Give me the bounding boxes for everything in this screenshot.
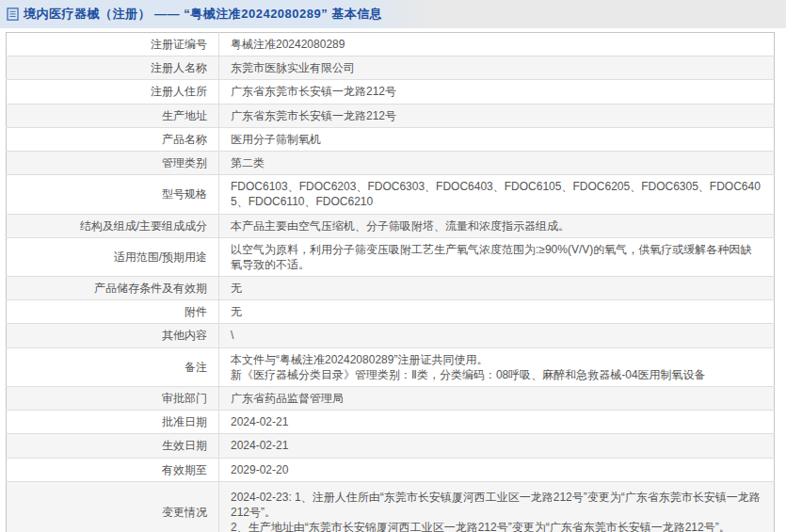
- row-value: FDOC6103、FDOC6203、FDOC6303、FDOC6403、FDOC…: [231, 180, 761, 208]
- row-label: 批准日期: [162, 415, 207, 428]
- row-value-cell: 本产品主要由空气压缩机、分子筛吸附塔、流量和浓度指示器组成。: [219, 214, 775, 237]
- table-row: 注册人住所 广东省东莞市长安镇一龙路212号: [7, 80, 775, 104]
- row-value: 无: [231, 305, 242, 318]
- row-value-cell: 以空气为原料，利用分子筛变压吸附工艺生产氧气浓度范围为:≥90%(V/V)的氧气…: [219, 237, 775, 276]
- row-value-cell: \: [219, 324, 775, 347]
- row-label-cell: 适用范围/预期用途: [7, 237, 219, 276]
- row-label-cell: 注册人住所: [7, 80, 219, 104]
- row-label: 适用范围/预期用途: [114, 250, 207, 264]
- row-label: 结构及组成/主要组成成分: [80, 219, 207, 233]
- table-row: 注册人名称 东莞市医脉实业有限公司: [7, 56, 775, 80]
- row-label: 有效期至: [162, 463, 207, 476]
- row-value: 医用分子筛制氧机: [231, 133, 321, 146]
- table-row: 结构及组成/主要组成成分 本产品主要由空气压缩机、分子筛吸附塔、流量和浓度指示器…: [7, 214, 775, 237]
- row-value: 2024-02-21: [231, 415, 288, 428]
- row-value: 本产品主要由空气压缩机、分子筛吸附塔、流量和浓度指示器组成。: [231, 219, 569, 233]
- row-label: 注册证编号: [151, 38, 207, 51]
- row-label: 产品名称: [162, 133, 207, 146]
- row-label: 生产地址: [162, 109, 207, 122]
- row-value-cell: FDOC6103、FDOC6203、FDOC6303、FDOC6403、FDOC…: [219, 175, 775, 214]
- row-value-cell: 广东省药品监督管理局: [219, 387, 775, 411]
- row-value-cell: 东莞市医脉实业有限公司: [219, 56, 775, 80]
- row-value: 东莞市医脉实业有限公司: [231, 61, 355, 74]
- registration-info-table: 注册证编号 粤械注准20242080289 注册人名称 东莞市医脉实业有限公司: [6, 32, 775, 532]
- row-value-cell: 2024-02-23: 1、注册人住所由“东莞市长安镇厦河西工业区一龙路212号…: [219, 481, 775, 532]
- row-value: 粤械注准20242080289: [231, 38, 345, 51]
- row-value-cell: 2029-02-20: [219, 458, 775, 481]
- page-title: 境内医疗器械（注册） —— “粤械注准20242080289” 基本信息: [24, 6, 382, 23]
- row-label-cell: 变更情况: [7, 481, 219, 532]
- row-value: \: [231, 329, 233, 342]
- table-row: 审批部门 广东省药品监督管理局: [7, 387, 775, 411]
- table-row: 附件 无: [7, 300, 775, 324]
- row-value-cell: 2024-02-21: [219, 411, 775, 434]
- row-label-cell: 审批部门: [7, 387, 219, 411]
- row-label-cell: 产品储存条件及有效期: [7, 277, 219, 300]
- row-label: 注册人住所: [151, 85, 207, 98]
- row-value: 无: [231, 282, 242, 295]
- row-label-cell: 其他内容: [7, 324, 219, 347]
- row-label-cell: 管理类别: [7, 151, 219, 174]
- row-label: 附件: [184, 305, 207, 318]
- row-value: 以空气为原料，利用分子筛变压吸附工艺生产氧气浓度范围为:≥90%(V/V)的氧气…: [231, 243, 751, 271]
- row-label-cell: 产品名称: [7, 127, 219, 151]
- row-label: 注册人名称: [151, 61, 207, 74]
- row-value-cell: 本文件与“粤械注准20242080289”注册证共同使用。 新《医疗器械分类目录…: [219, 347, 775, 386]
- row-value-cell: 广东省东莞市长安镇一龙路212号: [219, 80, 775, 104]
- row-label-cell: 生产地址: [7, 104, 219, 127]
- table-row: 备注 本文件与“粤械注准20242080289”注册证共同使用。 新《医疗器械分…: [7, 347, 775, 386]
- table-row: 有效期至 2029-02-20: [7, 458, 775, 481]
- page-header: 境内医疗器械（注册） —— “粤械注准20242080289” 基本信息: [0, 0, 786, 28]
- table-row: 批准日期 2024-02-21: [7, 411, 775, 434]
- row-value-cell: 医用分子筛制氧机: [219, 127, 775, 151]
- row-label: 生效日期: [162, 439, 207, 452]
- row-label-cell: 型号规格: [7, 175, 219, 214]
- table-row: 注册证编号 粤械注准20242080289: [7, 33, 775, 56]
- row-label: 型号规格: [162, 187, 207, 201]
- row-label: 产品储存条件及有效期: [94, 282, 207, 295]
- table-row: 生效日期 2024-02-21: [7, 434, 775, 458]
- row-label-cell: 注册人名称: [7, 56, 219, 80]
- table-row: 生产地址 广东省东莞市长安镇一龙路212号: [7, 104, 775, 127]
- table-row: 变更情况 2024-02-23: 1、注册人住所由“东莞市长安镇厦河西工业区一龙…: [7, 481, 775, 532]
- table-body: 注册证编号 粤械注准20242080289 注册人名称 东莞市医脉实业有限公司: [7, 33, 775, 532]
- row-label-cell: 批准日期: [7, 411, 219, 434]
- row-value-cell: 无: [219, 277, 775, 300]
- row-label: 审批部门: [162, 392, 207, 405]
- row-value-cell: 粤械注准20242080289: [219, 33, 775, 56]
- registration-info-table-wrap: 注册证编号 粤械注准20242080289 注册人名称 东莞市医脉实业有限公司: [6, 32, 775, 532]
- row-label-cell: 附件: [7, 300, 219, 324]
- table-row: 其他内容 \: [7, 324, 775, 347]
- row-value-cell: 第二类: [219, 151, 775, 174]
- row-label: 其他内容: [162, 329, 207, 342]
- document-icon: [7, 8, 19, 21]
- row-label-cell: 备注: [7, 347, 219, 386]
- row-value-cell: 2024-02-21: [219, 434, 775, 458]
- row-value: 广东省东莞市长安镇一龙路212号: [231, 109, 396, 122]
- row-value: 广东省东莞市长安镇一龙路212号: [231, 85, 396, 98]
- row-value: 广东省药品监督管理局: [231, 392, 344, 405]
- row-value-cell: 无: [219, 300, 775, 324]
- row-label: 管理类别: [162, 156, 207, 169]
- table-row: 产品名称 医用分子筛制氧机: [7, 127, 775, 151]
- row-label: 变更情况: [162, 506, 207, 519]
- row-value: 2024-02-21: [231, 439, 288, 452]
- row-value: 2029-02-20: [231, 463, 288, 476]
- table-row: 型号规格 FDOC6103、FDOC6203、FDOC6303、FDOC6403…: [7, 175, 775, 214]
- row-value-cell: 广东省东莞市长安镇一龙路212号: [219, 104, 775, 127]
- row-label-cell: 有效期至: [7, 458, 219, 481]
- row-label-cell: 注册证编号: [7, 33, 219, 56]
- row-label-cell: 结构及组成/主要组成成分: [7, 214, 219, 237]
- table-row: 管理类别 第二类: [7, 151, 775, 174]
- table-row: 产品储存条件及有效期 无: [7, 277, 775, 300]
- row-value: 2024-02-23: 1、注册人住所由“东莞市长安镇厦河西工业区一龙路212号…: [231, 491, 761, 532]
- row-value: 本文件与“粤械注准20242080289”注册证共同使用。 新《医疗器械分类目录…: [231, 353, 706, 381]
- row-label-cell: 生效日期: [7, 434, 219, 458]
- row-value: 第二类: [231, 156, 265, 169]
- row-label: 备注: [184, 361, 207, 374]
- table-row: 适用范围/预期用途 以空气为原料，利用分子筛变压吸附工艺生产氧气浓度范围为:≥9…: [7, 237, 775, 276]
